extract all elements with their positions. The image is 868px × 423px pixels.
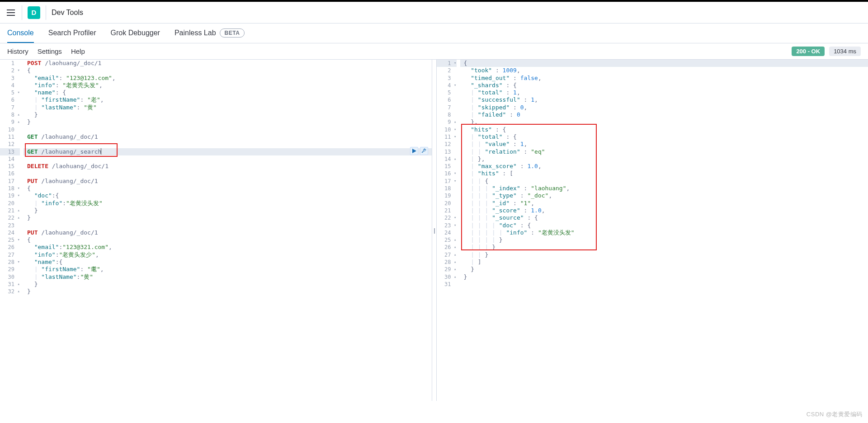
code-line[interactable]: | | | | | "info" : "老黄没头发": [460, 229, 868, 236]
options-button[interactable]: [420, 147, 428, 155]
tab-search-profiler[interactable]: Search Profiler: [48, 24, 96, 43]
gutter-line[interactable]: 26: [0, 244, 20, 251]
gutter-line[interactable]: 3: [437, 75, 457, 82]
gutter-line[interactable]: 20: [0, 200, 20, 207]
code-line[interactable]: {: [24, 236, 432, 244]
gutter-line[interactable]: 25: [0, 236, 20, 244]
code-line[interactable]: | "skipped" : 0,: [460, 104, 868, 111]
gutter-line[interactable]: 1: [437, 60, 457, 67]
gutter-line[interactable]: 23: [437, 222, 457, 229]
gutter-line[interactable]: 4: [437, 82, 457, 89]
gutter-line[interactable]: 21: [437, 207, 457, 214]
gutter-line[interactable]: 25: [437, 236, 457, 244]
code-line[interactable]: | | | | "doc" : {: [460, 222, 868, 229]
gutter-line[interactable]: 31: [0, 281, 20, 288]
code-line[interactable]: [460, 281, 868, 288]
code-line[interactable]: "name":{: [24, 258, 432, 266]
code-line[interactable]: | | | "_source" : {: [460, 214, 868, 221]
gutter-line[interactable]: 14: [437, 155, 457, 163]
code-line[interactable]: }: [24, 214, 432, 221]
gutter-line[interactable]: 12: [0, 141, 20, 148]
settings-link[interactable]: Settings: [38, 47, 62, 55]
code-line[interactable]: | | | "_index" : "laohuang",: [460, 185, 868, 192]
gutter-line[interactable]: 22: [437, 214, 457, 221]
gutter-line[interactable]: 20: [437, 200, 457, 207]
gutter-line[interactable]: 11: [0, 133, 20, 141]
gutter-line[interactable]: 27: [437, 251, 457, 258]
code-line[interactable]: [24, 141, 432, 148]
gutter-line[interactable]: 8: [437, 111, 457, 118]
code-line[interactable]: {: [460, 60, 868, 67]
help-link[interactable]: Help: [71, 47, 85, 55]
gutter-line[interactable]: 28: [0, 258, 20, 266]
code-line[interactable]: | "successful" : 1,: [460, 96, 868, 103]
gutter-line[interactable]: 15: [0, 163, 20, 170]
gutter-line[interactable]: 18: [0, 185, 20, 192]
gutter-line[interactable]: 32: [0, 288, 20, 295]
gutter-line[interactable]: 5: [437, 89, 457, 96]
code-line[interactable]: | ]: [460, 258, 868, 266]
code-line[interactable]: | | "relation" : "eq": [460, 148, 868, 155]
gutter-line[interactable]: 18: [437, 185, 457, 192]
gutter-line[interactable]: 2: [0, 67, 20, 74]
tab-grok-debugger[interactable]: Grok Debugger: [111, 24, 160, 43]
code-line[interactable]: | | {: [460, 178, 868, 185]
code-line[interactable]: [24, 170, 432, 177]
gutter-line[interactable]: 17: [437, 178, 457, 185]
code-line[interactable]: [24, 126, 432, 133]
code-line[interactable]: | "firstName": "老",: [24, 96, 432, 103]
run-button[interactable]: [410, 147, 418, 155]
code-line[interactable]: | | | "_type" : "_doc",: [460, 192, 868, 199]
code-line[interactable]: }: [24, 288, 432, 295]
gutter-line[interactable]: 6: [0, 96, 20, 103]
gutter-line[interactable]: 30: [437, 273, 457, 281]
gutter-line[interactable]: 16: [437, 170, 457, 177]
gutter-line[interactable]: 24: [437, 229, 457, 236]
gutter-line[interactable]: 29: [437, 266, 457, 273]
gutter-line[interactable]: 9: [0, 118, 20, 126]
history-link[interactable]: History: [7, 47, 28, 55]
code-line[interactable]: "doc":{: [24, 192, 432, 199]
code-line[interactable]: DELETE /laohuang/_doc/1: [24, 163, 432, 170]
gutter-line[interactable]: 26: [437, 244, 457, 251]
code-line[interactable]: "info": "老黄秃头发",: [24, 82, 432, 89]
gutter-line[interactable]: 28: [437, 258, 457, 266]
app-icon[interactable]: D: [28, 6, 40, 19]
code-line[interactable]: | "firstName": "耄",: [24, 266, 432, 273]
code-line[interactable]: }: [24, 111, 432, 118]
gutter-line[interactable]: 9: [437, 118, 457, 126]
code-line[interactable]: | "info":"老黄没头发": [24, 200, 432, 207]
code-line[interactable]: }: [24, 118, 432, 126]
gutter-line[interactable]: 5: [0, 89, 20, 96]
code-line[interactable]: },: [460, 118, 868, 126]
gutter-line[interactable]: 3: [0, 75, 20, 82]
code-line[interactable]: PUT /laohuang/_doc/1: [24, 178, 432, 185]
menu-icon[interactable]: [5, 7, 16, 18]
code-line[interactable]: | | | }: [460, 244, 868, 251]
gutter-line[interactable]: 22: [0, 214, 20, 221]
request-pane[interactable]: 1234567891011121314151617181920212223242…: [0, 60, 432, 401]
code-line[interactable]: "timed_out" : false,: [460, 75, 868, 82]
code-line[interactable]: | | | | }: [460, 236, 868, 244]
code-line[interactable]: "_shards" : {: [460, 82, 868, 89]
gutter-line[interactable]: 4: [0, 82, 20, 89]
pane-splitter[interactable]: ||: [432, 60, 437, 401]
gutter-line[interactable]: 29: [0, 266, 20, 273]
code-line[interactable]: "name": {: [24, 89, 432, 96]
code-line[interactable]: {: [24, 67, 432, 74]
code-line[interactable]: {: [24, 185, 432, 192]
gutter-line[interactable]: 7: [437, 104, 457, 111]
gutter-line[interactable]: 31: [437, 281, 457, 288]
code-line[interactable]: "hits" : {: [460, 126, 868, 133]
code-line[interactable]: | | }: [460, 251, 868, 258]
gutter-line[interactable]: 8: [0, 111, 20, 118]
gutter-line[interactable]: 15: [437, 163, 457, 170]
gutter-line[interactable]: 6: [437, 96, 457, 103]
gutter-line[interactable]: 19: [0, 192, 20, 199]
code-line[interactable]: | "failed" : 0: [460, 111, 868, 118]
code-line[interactable]: | "total" : 1,: [460, 89, 868, 96]
gutter-line[interactable]: 14: [0, 155, 20, 163]
code-line[interactable]: PUT /laohuang/_doc/1: [24, 229, 432, 236]
gutter-line[interactable]: 24: [0, 229, 20, 236]
tab-console[interactable]: Console: [7, 24, 34, 43]
